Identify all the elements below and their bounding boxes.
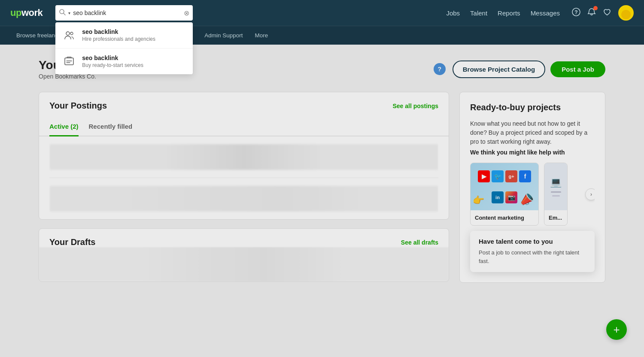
table-row [49,136,438,178]
googleplus-icon: g+ [505,170,517,182]
drafts-title: Your Drafts [49,237,95,247]
posting-rows [39,136,449,219]
main-header: upwork ▾ ⊗ [0,0,644,26]
table-row [49,178,438,219]
facebook-icon: f [519,170,531,182]
project-card-img-2: 💻 [544,163,567,210]
favorites-icon[interactable] [603,8,611,18]
youtube-icon: ▶ [478,170,490,182]
dashboard-actions: ? Browse Project Catalog Post a Job [434,61,605,78]
drafts-card-header: Your Drafts See all drafts [39,229,449,247]
project-card-content-marketing[interactable]: ▶ 🐦 g+ f in 📷 📣 👈 [470,163,539,226]
right-panel: Ready-to-buy projects Know what you need… [459,92,605,283]
freelancer-suggestion-title: seo backlink [82,28,155,35]
svg-rect-4 [65,58,73,65]
notification-badge [593,6,598,10]
nav-talent[interactable]: Talent [470,9,487,17]
header-icons: ? [572,5,634,21]
action-help-icon[interactable]: ? [434,63,446,75]
left-column: Your Postings See all postings Active (2… [39,92,449,283]
project-card-label-2: Em... [544,210,567,225]
search-type-toggle[interactable]: ▾ [68,11,70,15]
drafts-card: Your Drafts See all drafts [39,228,449,282]
drafts-content [39,247,449,281]
logo-part1: up [10,7,21,18]
help-icon[interactable]: ? [572,8,580,18]
twitter-icon: 🐦 [492,170,504,182]
notifications-icon[interactable] [587,8,596,18]
search-wrapper: ▾ ⊗ seo backlink Hire professionals and … [55,5,193,21]
search-bar: ▾ ⊗ [55,5,193,21]
see-all-drafts-link[interactable]: See all drafts [401,239,438,246]
browse-catalog-button[interactable]: Browse Project Catalog [453,61,545,78]
main-nav: Jobs Talent Reports Messages [446,9,560,17]
freelancer-suggestion-icon [62,28,76,42]
freelancer-suggestion-subtitle: Hire professionals and agencies [82,36,155,42]
freelancer-suggestion-text: seo backlink Hire professionals and agen… [82,28,155,42]
search-icon [59,9,66,17]
project-cards-row: ▶ 🐦 g+ f in 📷 📣 👈 [470,163,595,226]
avatar-face [621,10,631,19]
logo-part2: work [21,7,43,18]
tab-active[interactable]: Active (2) [49,118,79,136]
subnav-more[interactable]: More [249,26,274,45]
posting-blur-row-1 [49,144,438,170]
postings-card: Your Postings See all postings Active (2… [39,92,449,220]
search-suggestions-dropdown: seo backlink Hire professionals and agen… [55,22,193,74]
search-suggestion-services[interactable]: seo backlink Buy ready-to-start services [55,48,193,74]
social-bg: ▶ 🐦 g+ f in 📷 📣 👈 [471,163,538,210]
search-suggestion-freelancer[interactable]: seo backlink Hire professionals and agen… [55,22,193,48]
search-input[interactable] [73,9,181,16]
carousel-next-button[interactable]: › [585,188,595,200]
user-avatar[interactable] [618,5,634,21]
ready-to-buy-title: Ready-to-buy projects [470,103,595,112]
services-suggestion-title: seo backlink [82,54,143,61]
ready-to-buy-subheading: We think you might like help with [470,149,595,156]
nav-reports[interactable]: Reports [498,9,520,17]
nav-jobs[interactable]: Jobs [446,9,460,17]
linkedin-icon: in [492,191,504,203]
instagram-icon: 📷 [505,191,517,203]
see-all-postings-link[interactable]: See all postings [392,103,438,109]
services-suggestion-icon [62,54,76,68]
ready-to-buy-description: Know what you need but not how to get it… [470,119,595,146]
logo[interactable]: upwork [10,7,43,18]
svg-point-3 [70,32,73,35]
postings-card-header: Your Postings See all postings [39,92,449,111]
search-clear-icon[interactable]: ⊗ [184,9,189,17]
services-suggestion-subtitle: Buy ready-to-start services [82,62,143,68]
post-job-button[interactable]: Post a Job [550,61,605,77]
tooltip-popup: Have talent come to you Post a job to co… [470,231,595,272]
project-card-label-1: Content marketing [471,210,538,225]
subnav-admin-support[interactable]: Admin Support [198,26,249,45]
content-grid: Your Postings See all postings Active (2… [39,92,605,283]
posting-blur-row-2 [49,186,438,212]
ready-to-buy-card: Ready-to-buy projects Know what you need… [459,92,605,283]
tooltip-title: Have talent come to you [479,238,586,245]
tooltip-text: Post a job to connect with the right tal… [479,248,586,265]
services-suggestion-text: seo backlink Buy ready-to-start services [82,54,143,68]
tab-recently-filled[interactable]: Recently filled [89,118,133,136]
project-card-img-1: ▶ 🐦 g+ f in 📷 📣 👈 [471,163,538,210]
svg-line-1 [64,13,65,15]
postings-tabs: Active (2) Recently filled [39,118,449,136]
svg-text:?: ? [574,9,577,15]
main-content: Your Dashboard ? Open Bookmarks Co. ? Br… [21,45,623,296]
nav-messages[interactable]: Messages [531,9,560,17]
hand-pointing-icon: 👈 [473,195,485,206]
fab-button[interactable]: + [606,319,627,340]
project-card-email[interactable]: 💻 Em... [544,163,568,226]
svg-point-2 [66,32,70,35]
postings-title: Your Postings [49,101,107,111]
